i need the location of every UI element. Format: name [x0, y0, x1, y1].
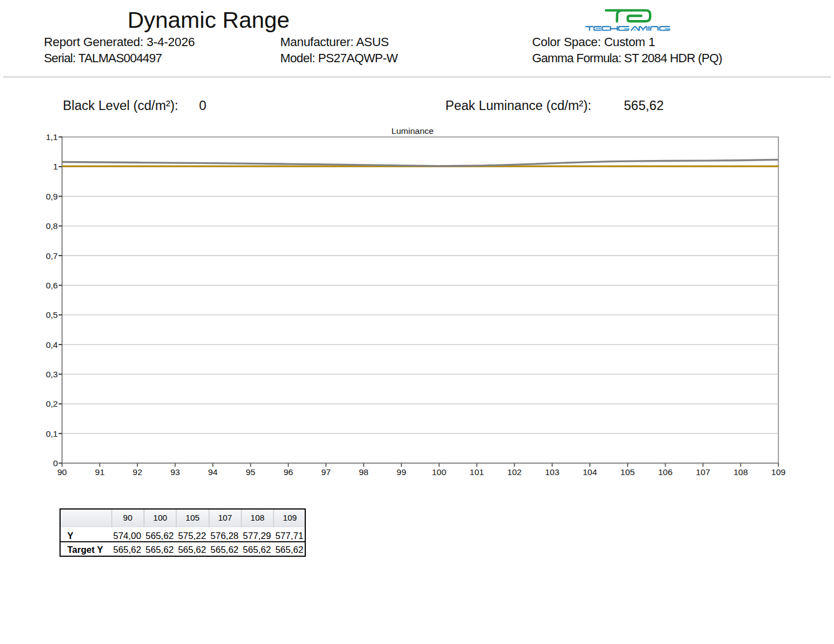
svg-text:0,5: 0,5 [46, 310, 58, 319]
svg-text:95: 95 [246, 467, 255, 477]
svg-text:96: 96 [284, 467, 293, 477]
svg-text:107: 107 [696, 467, 710, 477]
svg-text:100: 100 [432, 467, 446, 477]
svg-text:99: 99 [396, 467, 406, 477]
svg-text:0,4: 0,4 [46, 340, 58, 350]
svg-text:98: 98 [359, 467, 368, 477]
svg-text:108: 108 [733, 467, 748, 477]
svg-text:105: 105 [620, 467, 635, 477]
svg-text:0,6: 0,6 [46, 281, 58, 290]
svg-text:0,1: 0,1 [46, 429, 58, 438]
svg-text:91: 91 [95, 467, 105, 477]
svg-text:97: 97 [321, 467, 331, 477]
svg-text:0,9: 0,9 [46, 192, 58, 201]
svg-text:109: 109 [771, 467, 786, 477]
svg-text:106: 106 [658, 467, 673, 477]
svg-text:94: 94 [208, 467, 218, 477]
svg-text:103: 103 [545, 467, 559, 477]
svg-text:1,1: 1,1 [46, 132, 58, 142]
svg-text:0,8: 0,8 [46, 221, 58, 231]
svg-text:1: 1 [53, 162, 58, 171]
svg-text:0,7: 0,7 [46, 251, 58, 261]
svg-text:0: 0 [53, 458, 58, 468]
svg-text:0,2: 0,2 [46, 399, 58, 408]
svg-text:104: 104 [583, 467, 597, 477]
svg-text:Luminance: Luminance [391, 126, 434, 136]
svg-text:0,3: 0,3 [46, 370, 58, 379]
svg-text:93: 93 [170, 467, 180, 477]
svg-text:92: 92 [133, 467, 142, 477]
svg-text:101: 101 [470, 467, 484, 477]
svg-text:102: 102 [507, 467, 522, 477]
svg-text:90: 90 [57, 467, 67, 477]
